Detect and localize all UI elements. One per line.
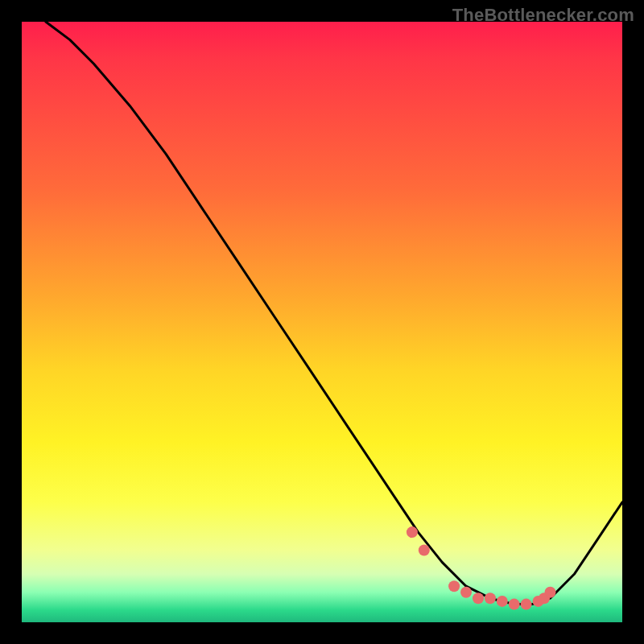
marker-dot xyxy=(407,526,418,538)
marker-dot xyxy=(448,580,460,592)
marker-dot xyxy=(545,587,556,598)
app-frame: TheBottlenecker.com xyxy=(0,0,644,644)
curve-layer xyxy=(22,22,622,622)
valley-markers xyxy=(407,526,556,610)
bottleneck-curve xyxy=(46,22,622,605)
marker-dot xyxy=(473,592,484,604)
marker-dot xyxy=(419,545,430,556)
marker-dot xyxy=(460,587,472,598)
marker-dot xyxy=(485,592,496,604)
marker-dot xyxy=(521,599,532,610)
marker-dot xyxy=(497,596,508,607)
marker-dot xyxy=(509,599,520,610)
plot-area xyxy=(22,22,622,622)
watermark-text: TheBottlenecker.com xyxy=(452,5,634,26)
